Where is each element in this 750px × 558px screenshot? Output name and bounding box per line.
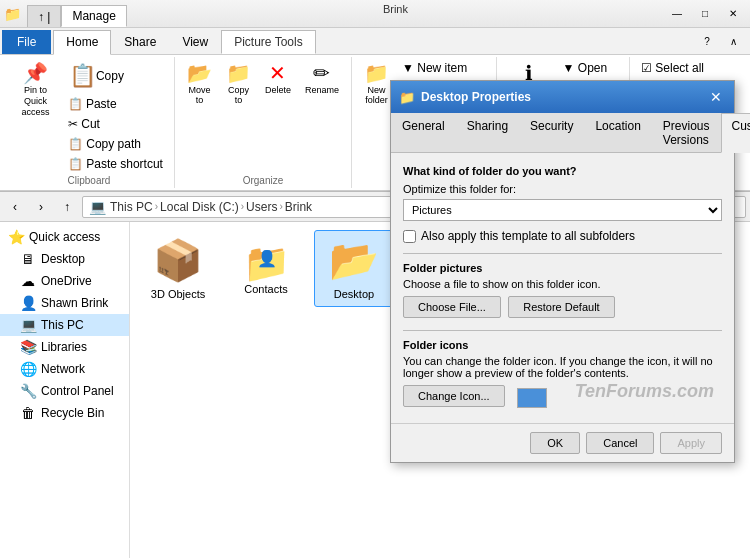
address-icon: 💻	[89, 199, 106, 215]
apply-template-checkbox[interactable]	[403, 230, 416, 243]
copy-button[interactable]: 📋 Copy	[63, 59, 168, 93]
paste-button[interactable]: 📋 Paste	[63, 95, 168, 113]
ribbon-group-clipboard: 📌 Pin to Quick access 📋 Copy 📋 Paste ✂ C…	[4, 57, 175, 188]
tab-picture-tools[interactable]: Picture Tools	[221, 30, 315, 54]
dialog-icon: 📁	[399, 90, 415, 105]
user-icon: 👤	[20, 295, 36, 311]
paste-shortcut-button[interactable]: 📋 Paste shortcut	[63, 155, 168, 173]
tab-file[interactable]: File	[2, 30, 51, 54]
dialog-tab-location[interactable]: Location	[584, 113, 651, 152]
select-all-button[interactable]: ☑ Select all	[636, 59, 740, 77]
folder-color-preview	[517, 388, 547, 408]
dialog-title: Desktop Properties	[421, 90, 531, 104]
new-item-button[interactable]: ▼ New item	[397, 59, 490, 77]
dialog-close-button[interactable]: ✕	[706, 87, 726, 107]
sidebar-item-this-pc[interactable]: 💻 This PC	[0, 314, 129, 336]
file-item-contacts[interactable]: 📁 👤 Contacts	[226, 230, 306, 307]
change-icon-button[interactable]: Change Icon...	[403, 385, 505, 407]
quick-access-icon: ⭐	[8, 229, 24, 245]
apply-template-row: Also apply this template to all subfolde…	[403, 229, 722, 243]
rename-button[interactable]: ✏ Rename	[299, 59, 345, 99]
window-icon: 📁	[4, 6, 21, 22]
cut-button[interactable]: ✂ Cut	[63, 115, 168, 133]
dialog-tab-general[interactable]: General	[391, 113, 456, 152]
dialog-titlebar: 📁 Desktop Properties ✕	[391, 81, 734, 113]
folder-desktop-icon: 📂	[329, 237, 379, 284]
maximize-button[interactable]: □	[692, 4, 718, 24]
network-icon: 🌐	[20, 361, 36, 377]
window-title: Brink	[127, 3, 664, 15]
dialog-tabs: General Sharing Security Location Previo…	[391, 113, 734, 153]
restore-default-button[interactable]: Restore Default	[508, 296, 614, 318]
copy-to-button[interactable]: 📁 Copy to	[220, 59, 257, 109]
libraries-icon: 📚	[20, 339, 36, 355]
move-to-button[interactable]: 📂 Move to	[181, 59, 218, 109]
ribbon-group-organize: 📂 Move to 📁 Copy to ✕ Delete ✏ Rename Or…	[175, 57, 352, 188]
title-tabs: ↑ | Manage	[27, 0, 127, 27]
sidebar-item-quick-access[interactable]: ⭐ Quick access	[0, 226, 129, 248]
copy-path-button[interactable]: 📋 Copy path	[63, 135, 168, 153]
dialog-tab-sharing[interactable]: Sharing	[456, 113, 519, 152]
sidebar-item-libraries[interactable]: 📚 Libraries	[0, 336, 129, 358]
sidebar-item-network[interactable]: 🌐 Network	[0, 358, 129, 380]
recycle-bin-icon: 🗑	[20, 405, 36, 421]
dialog-section-label: What kind of folder do you want?	[403, 165, 722, 177]
ribbon-help-button[interactable]: ?	[694, 31, 720, 51]
open-button[interactable]: ▼ Open	[558, 59, 624, 77]
up-button[interactable]: ↑	[56, 196, 78, 218]
pc-icon: 💻	[20, 317, 36, 333]
sidebar-item-recycle-bin[interactable]: 🗑 Recycle Bin	[0, 402, 129, 424]
divider-2	[403, 330, 722, 331]
forward-button[interactable]: ›	[30, 196, 52, 218]
optimize-select[interactable]: Pictures	[403, 199, 722, 221]
sidebar-item-desktop[interactable]: 🖥 Desktop	[0, 248, 129, 270]
file-item-3d-objects[interactable]: 📦 3D Objects	[138, 230, 218, 307]
cancel-button[interactable]: Cancel	[586, 432, 654, 454]
apply-button[interactable]: Apply	[660, 432, 722, 454]
ok-button[interactable]: OK	[530, 432, 580, 454]
dialog-tab-customize[interactable]: Customize	[721, 113, 751, 153]
tab-home[interactable]: Home	[53, 30, 111, 55]
ribbon-collapse-button[interactable]: ∧	[720, 31, 746, 51]
choose-file-button[interactable]: Choose File...	[403, 296, 501, 318]
path-brink[interactable]: Brink	[285, 200, 312, 214]
back-button[interactable]: ‹	[4, 196, 26, 218]
minimize-button[interactable]: —	[664, 4, 690, 24]
divider-1	[403, 253, 722, 254]
file-item-desktop[interactable]: 📂 Desktop	[314, 230, 394, 307]
path-this-pc[interactable]: This PC	[110, 200, 153, 214]
sidebar-item-onedrive[interactable]: ☁ OneDrive	[0, 270, 129, 292]
window-controls: — □ ✕	[664, 4, 746, 24]
folder-3d-icon: 📦	[153, 237, 203, 284]
dialog-tab-security[interactable]: Security	[519, 113, 584, 152]
close-button[interactable]: ✕	[720, 4, 746, 24]
title-tab-manage[interactable]: Manage	[61, 5, 126, 27]
folder-icons-label: Folder icons	[403, 339, 722, 351]
control-panel-icon: 🔧	[20, 383, 36, 399]
desktop-icon: 🖥	[20, 251, 36, 267]
dialog-content: What kind of folder do you want? Optimiz…	[391, 153, 734, 423]
pin-to-quick-button[interactable]: 📌 Pin to Quick access	[10, 59, 61, 121]
sidebar-item-shawn-brink[interactable]: 👤 Shawn Brink	[0, 292, 129, 314]
folder-pictures-desc: Choose a file to show on this folder ico…	[403, 278, 722, 290]
path-local-disk[interactable]: Local Disk (C:)	[160, 200, 239, 214]
sidebar: ⭐ Quick access 🖥 Desktop ☁ OneDrive 👤 Sh…	[0, 222, 130, 558]
folder-icons-desc: You can change the folder icon. If you c…	[403, 355, 722, 379]
delete-button[interactable]: ✕ Delete	[259, 59, 297, 99]
title-tab-quick[interactable]: ↑ |	[27, 5, 61, 27]
title-bar: 📁 ↑ | Manage Brink — □ ✕	[0, 0, 750, 28]
dialog-optimize-label: Optimize this folder for:	[403, 183, 722, 195]
tab-share[interactable]: Share	[111, 30, 169, 54]
path-users[interactable]: Users	[246, 200, 277, 214]
dialog-footer: OK Cancel Apply	[391, 423, 734, 462]
folder-icons-row: Change Icon...	[403, 385, 722, 411]
onedrive-icon: ☁	[20, 273, 36, 289]
apply-template-label: Also apply this template to all subfolde…	[421, 229, 635, 243]
dialog-tab-previous-versions[interactable]: Previous Versions	[652, 113, 721, 152]
ribbon-tabs: File Home Share View Picture Tools ? ∧	[0, 28, 750, 55]
sidebar-item-control-panel[interactable]: 🔧 Control Panel	[0, 380, 129, 402]
tab-view[interactable]: View	[169, 30, 221, 54]
folder-pictures-label: Folder pictures	[403, 262, 722, 274]
desktop-properties-dialog: 📁 Desktop Properties ✕ General Sharing S…	[390, 80, 735, 463]
